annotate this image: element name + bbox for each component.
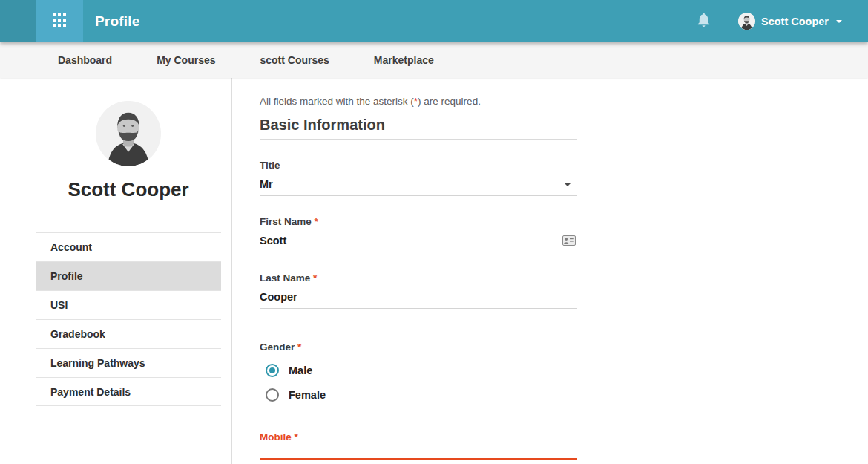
mobile-input[interactable] [260, 448, 577, 455]
gender-field: Gender * Male Female [260, 342, 577, 402]
sidebar-item-gradebook[interactable]: Gradebook [36, 319, 221, 348]
required-asterisk: * [297, 342, 301, 353]
profile-name: Scott Cooper [36, 178, 221, 200]
nav-item-dashboard[interactable]: Dashboard [36, 42, 134, 78]
title-field: Title Mr [260, 160, 577, 196]
header-left-strip [0, 0, 36, 42]
main-panel: All fields marked with the asterisk (*) … [232, 78, 577, 464]
title-select[interactable]: Mr [260, 178, 577, 196]
user-menu-button[interactable]: Scott Cooper [738, 13, 842, 30]
nav-item-scott-courses[interactable]: scott Courses [237, 42, 351, 78]
page-title: Profile [95, 13, 140, 30]
bell-icon [695, 11, 712, 31]
chevron-down-icon [836, 20, 842, 23]
nav-item-marketplace[interactable]: Marketplace [352, 42, 456, 78]
sidebar-item-learning-pathways[interactable]: Learning Pathways [36, 348, 221, 377]
last-name-field: Last Name * [260, 272, 577, 309]
top-nav: Dashboard My Courses scott Courses Marke… [0, 42, 868, 78]
header-avatar [738, 13, 755, 30]
title-value: Mr [260, 178, 564, 190]
mobile-field: Mobile * This field is required. [260, 431, 577, 464]
sidebar: Scott Cooper Account Profile USI Gradebo… [0, 78, 232, 464]
notifications-button[interactable] [695, 11, 712, 31]
gender-label: Gender * [260, 342, 577, 353]
required-asterisk: * [313, 272, 317, 284]
required-asterisk: * [295, 431, 298, 442]
sidebar-item-payment-details[interactable]: Payment Details [36, 377, 221, 406]
gender-option-female[interactable]: Female [260, 388, 577, 402]
header-user-name: Scott Cooper [761, 16, 829, 27]
gender-male-label: Male [289, 365, 312, 376]
required-fields-note: All fields marked with the asterisk (*) … [260, 96, 577, 107]
sidebar-item-usi[interactable]: USI [36, 290, 221, 319]
radio-button-unchecked-icon [266, 388, 279, 402]
last-name-label: Last Name * [260, 272, 577, 284]
apps-menu-button[interactable] [36, 0, 83, 42]
last-name-input[interactable] [260, 291, 577, 303]
apps-grid-icon [53, 13, 66, 30]
first-name-input[interactable] [260, 235, 562, 246]
profile-card: Scott Cooper [36, 101, 221, 200]
radio-button-checked-icon [266, 364, 279, 377]
section-title: Basic Information [260, 117, 577, 140]
nav-item-my-courses[interactable]: My Courses [134, 42, 237, 78]
sidebar-menu: Account Profile USI Gradebook Learning P… [36, 232, 221, 406]
first-name-field: First Name * [260, 216, 577, 252]
sidebar-item-account[interactable]: Account [36, 232, 221, 261]
chevron-down-icon [564, 183, 571, 186]
profile-avatar [96, 101, 161, 166]
content-area: Scott Cooper Account Profile USI Gradebo… [0, 78, 868, 464]
required-asterisk: * [315, 216, 318, 227]
gender-female-label: Female [289, 389, 326, 401]
title-label: Title [260, 160, 577, 171]
mobile-label: Mobile * [260, 431, 577, 442]
contact-card-autofill-icon[interactable] [562, 235, 576, 246]
first-name-label: First Name * [260, 216, 577, 227]
gender-option-male[interactable]: Male [260, 364, 577, 377]
sidebar-item-profile[interactable]: Profile [36, 261, 221, 290]
app-header: Profile Scott Cooper [0, 0, 868, 42]
